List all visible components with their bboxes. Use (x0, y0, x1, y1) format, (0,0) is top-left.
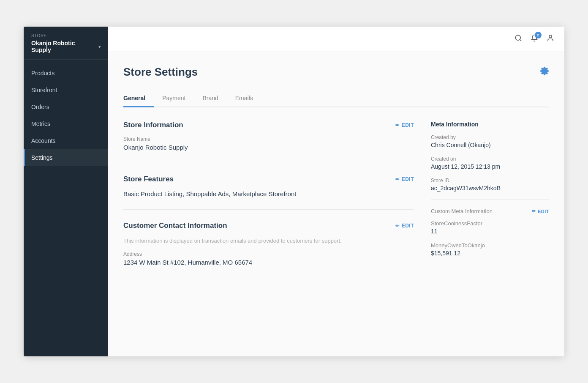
page-title: Store Settings (123, 66, 198, 79)
search-icon[interactable] (514, 34, 522, 44)
address-label: Address (123, 251, 414, 257)
sidebar-item-label: Metrics (31, 120, 50, 127)
custom-meta-title: Custom Meta Information (431, 208, 493, 214)
page-content: Store Settings General Payment (108, 52, 564, 356)
store-information-title: Store Information (123, 121, 183, 129)
sidebar-item-storefront[interactable]: Storefront (24, 82, 108, 98)
sidebar-item-label: Products (31, 70, 54, 77)
pencil-icon: ✏ (395, 177, 400, 182)
custom-meta-edit-button[interactable]: ✏ EDIT (532, 208, 549, 214)
main-column: Store Information ✏ EDIT Store Name Okan… (123, 121, 414, 290)
sidebar-item-label: Settings (31, 154, 53, 161)
created-by-field: Created by Chris Connell (Okanjo) (431, 134, 549, 148)
store-id-value: ac_2dcagW31wsvM2hkoB (431, 185, 549, 192)
topbar: 2 (108, 27, 564, 52)
tabs-bar: General Payment Brand Emails (123, 90, 549, 107)
sidebar-item-settings[interactable]: Settings (24, 149, 108, 166)
store-features-header: Store Features ✏ EDIT (123, 175, 414, 183)
sidebar-item-metrics[interactable]: Metrics (24, 115, 108, 132)
customer-contact-edit-button[interactable]: ✏ EDIT (395, 223, 414, 229)
created-by-value: Chris Connell (Okanjo) (431, 142, 549, 148)
sidebar: STORE Okanjo Robotic Supply ▾ Products S… (24, 27, 108, 356)
customer-contact-section: Customer Contact Information ✏ EDIT This… (123, 222, 414, 278)
customer-contact-description: This information is displayed on transac… (123, 237, 414, 245)
chevron-down-icon: ▾ (98, 44, 101, 49)
meta-information-title: Meta Information (431, 121, 549, 128)
settings-gear-icon[interactable] (540, 66, 549, 78)
custom-meta-header: Custom Meta Information ✏ EDIT (431, 199, 549, 214)
store-name-value: Okanjo Robotic Supply (123, 144, 414, 151)
svg-line-1 (520, 39, 521, 41)
store-features-value: Basic Product Listing, Shoppable Ads, Ma… (123, 190, 414, 197)
store-features-edit-button[interactable]: ✏ EDIT (395, 176, 414, 182)
store-information-section: Store Information ✏ EDIT Store Name Okan… (123, 121, 414, 163)
sidebar-item-accounts[interactable]: Accounts (24, 132, 108, 149)
store-information-header: Store Information ✏ EDIT (123, 121, 414, 129)
store-id-label: Store ID (431, 178, 549, 183)
sidebar-nav: Products Storefront Orders Metrics Accou… (24, 60, 108, 356)
sidebar-item-label: Orders (31, 104, 49, 110)
notifications-icon[interactable]: 2 (531, 34, 538, 44)
customer-contact-header: Customer Contact Information ✏ EDIT (123, 222, 414, 230)
created-on-label: Created on (431, 156, 549, 162)
side-column: Meta Information Created by Chris Connel… (431, 121, 549, 290)
main-content: 2 Store Settings (108, 27, 564, 356)
custom-meta-key-0: StoreCoolnessFactor (431, 220, 549, 227)
created-on-value: August 12, 2015 12:13 pm (431, 163, 549, 170)
tab-general[interactable]: General (123, 90, 154, 107)
custom-meta-field-1: MoneyOwedToOkanjo $15,591.12 (431, 242, 549, 257)
topbar-icons: 2 (514, 34, 554, 44)
tab-brand[interactable]: Brand (194, 90, 226, 107)
sidebar-header: STORE Okanjo Robotic Supply ▾ (24, 27, 108, 60)
sidebar-item-orders[interactable]: Orders (24, 98, 108, 115)
custom-meta-value-1: $15,591.12 (431, 250, 549, 257)
store-features-title: Store Features (123, 175, 174, 183)
tab-payment[interactable]: Payment (154, 90, 194, 107)
store-features-section: Store Features ✏ EDIT Basic Product List… (123, 175, 414, 210)
page-header: Store Settings (123, 66, 549, 79)
store-information-edit-button[interactable]: ✏ EDIT (395, 122, 414, 128)
address-value: 1234 W Main St #102, Humanville, MO 6567… (123, 259, 414, 266)
created-on-field: Created on August 12, 2015 12:13 pm (431, 156, 549, 170)
custom-meta-value-0: 11 (431, 228, 549, 235)
sidebar-item-label: Storefront (31, 87, 57, 93)
custom-meta-key-1: MoneyOwedToOkanjo (431, 242, 549, 249)
custom-meta-field-0: StoreCoolnessFactor 11 (431, 220, 549, 235)
pencil-icon: ✏ (395, 123, 400, 128)
created-by-label: Created by (431, 134, 549, 140)
tab-emails[interactable]: Emails (227, 90, 261, 107)
store-name-text: Okanjo Robotic Supply (31, 40, 96, 53)
sidebar-item-label: Accounts (31, 137, 56, 144)
store-name-selector[interactable]: Okanjo Robotic Supply ▾ (31, 40, 101, 53)
svg-point-2 (549, 35, 552, 38)
notification-badge: 2 (535, 32, 542, 38)
sidebar-item-products[interactable]: Products (24, 65, 108, 82)
pencil-icon: ✏ (395, 223, 400, 229)
customer-contact-title: Customer Contact Information (123, 222, 227, 230)
content-columns: Store Information ✏ EDIT Store Name Okan… (123, 121, 549, 290)
store-id-field: Store ID ac_2dcagW31wsvM2hkoB (431, 178, 549, 192)
user-icon[interactable] (547, 34, 554, 44)
store-label: STORE (31, 33, 101, 38)
pencil-icon: ✏ (532, 208, 536, 214)
store-name-label: Store Name (123, 136, 414, 142)
